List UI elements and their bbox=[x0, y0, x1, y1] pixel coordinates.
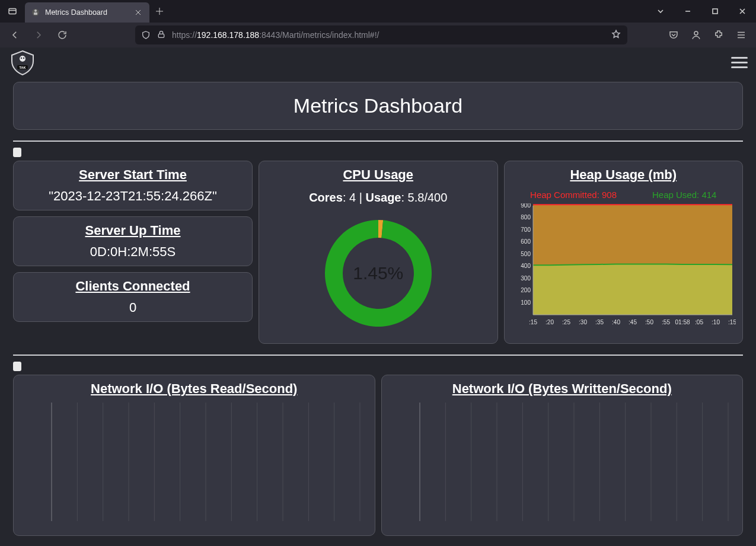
tabs-dropdown-button[interactable] bbox=[647, 0, 674, 23]
tab-close-button[interactable] bbox=[133, 7, 143, 18]
cpu-subtext: Cores: 4 | Usage: 5.8/400 bbox=[265, 191, 492, 205]
legend-heap-used: Heap Used: 414 bbox=[652, 190, 716, 200]
heap-legend: Heap Committed: 908 Heap Used: 414 bbox=[511, 190, 737, 200]
url-text: https://192.168.178.188:8443/Marti/metri… bbox=[172, 30, 379, 40]
card-heading: Heap Usage (mb) bbox=[511, 167, 737, 183]
svg-text::20: :20 bbox=[546, 319, 554, 325]
svg-rect-0 bbox=[9, 9, 16, 14]
card-cpu-usage: CPU Usage Cores: 4 | Usage: 5.8/400 1.45… bbox=[259, 161, 498, 344]
card-heading: CPU Usage bbox=[265, 167, 492, 183]
svg-text:TAK: TAK bbox=[20, 65, 26, 69]
card-heading: Network I/O (Bytes Written/Second) bbox=[388, 381, 737, 397]
cpu-donut-chart: 1.45% bbox=[319, 214, 438, 333]
svg-point-6 bbox=[694, 31, 698, 35]
browser-tab-bar: Metrics Dashboard bbox=[0, 0, 756, 23]
tab-title: Metrics Dashboard bbox=[45, 8, 107, 17]
url-bar[interactable]: https://192.168.178.188:8443/Marti/metri… bbox=[135, 25, 627, 44]
card-server-uptime: Server Up Time 0D:0H:2M:55S bbox=[13, 216, 253, 266]
card-value: 0D:0H:2M:55S bbox=[20, 244, 246, 260]
firefox-view-button[interactable] bbox=[0, 0, 25, 23]
card-network-write: Network I/O (Bytes Written/Second) bbox=[381, 375, 744, 536]
nav-reload-button[interactable] bbox=[52, 25, 72, 44]
svg-point-2 bbox=[34, 9, 37, 12]
svg-text::35: :35 bbox=[595, 319, 604, 325]
svg-text::15: :15 bbox=[728, 319, 736, 325]
svg-text::45: :45 bbox=[629, 319, 637, 325]
section-toggle[interactable] bbox=[13, 148, 21, 157]
window-minimize-button[interactable] bbox=[674, 0, 701, 23]
svg-text::30: :30 bbox=[579, 319, 587, 325]
divider bbox=[13, 141, 743, 142]
browser-toolbar: https://192.168.178.188:8443/Marti/metri… bbox=[0, 23, 756, 47]
app-menu-button[interactable] bbox=[731, 25, 751, 44]
card-value: 0 bbox=[20, 300, 246, 315]
heap-area-chart: 100200300400500600700800900:15:20:25:30:… bbox=[511, 203, 736, 328]
pocket-icon[interactable] bbox=[664, 25, 684, 44]
svg-text::15: :15 bbox=[529, 319, 537, 325]
shield-icon bbox=[141, 30, 151, 40]
window-maximize-button[interactable] bbox=[701, 0, 729, 23]
card-network-read: Network I/O (Bytes Read/Second) bbox=[13, 375, 375, 536]
card-heap-usage: Heap Usage (mb) Heap Committed: 908 Heap… bbox=[504, 161, 744, 344]
page-title-card: Metrics Dashboard bbox=[13, 82, 743, 130]
svg-text:01:58: 01:58 bbox=[675, 319, 690, 325]
legend-heap-committed: Heap Committed: 908 bbox=[530, 190, 617, 200]
browser-tab[interactable]: Metrics Dashboard bbox=[25, 2, 149, 23]
account-icon[interactable] bbox=[686, 25, 706, 44]
svg-text:600: 600 bbox=[521, 238, 531, 245]
svg-text::10: :10 bbox=[712, 319, 720, 325]
svg-point-7 bbox=[20, 56, 25, 62]
svg-text::05: :05 bbox=[695, 319, 703, 325]
svg-point-9 bbox=[23, 57, 24, 58]
nav-back-button[interactable] bbox=[5, 25, 25, 44]
card-heading: Clients Connected bbox=[20, 279, 246, 294]
card-server-start-time: Server Start Time "2023-12-23T21:55:24.2… bbox=[13, 161, 253, 210]
net-read-chart bbox=[22, 397, 366, 527]
svg-rect-5 bbox=[158, 34, 164, 37]
page-title: Metrics Dashboard bbox=[14, 94, 742, 117]
svg-text:100: 100 bbox=[521, 299, 531, 306]
new-tab-button[interactable] bbox=[149, 0, 170, 23]
net-write-chart bbox=[390, 397, 734, 527]
svg-text:300: 300 bbox=[521, 275, 531, 282]
card-heading: Server Up Time bbox=[20, 223, 246, 238]
svg-rect-4 bbox=[713, 9, 717, 14]
svg-text:700: 700 bbox=[521, 226, 531, 233]
tak-logo-icon: TAK bbox=[8, 50, 37, 76]
svg-text:500: 500 bbox=[521, 251, 531, 257]
svg-text::40: :40 bbox=[612, 319, 620, 325]
svg-text::55: :55 bbox=[662, 319, 670, 325]
bookmark-star-icon[interactable] bbox=[611, 29, 621, 41]
svg-text::25: :25 bbox=[562, 319, 570, 325]
card-heading: Network I/O (Bytes Read/Second) bbox=[20, 381, 369, 397]
menu-button[interactable] bbox=[731, 55, 748, 71]
lock-icon bbox=[157, 30, 166, 41]
card-heading: Server Start Time bbox=[20, 167, 246, 183]
window-close-button[interactable] bbox=[729, 0, 756, 23]
nav-forward-button[interactable] bbox=[28, 25, 49, 44]
svg-rect-3 bbox=[34, 12, 37, 15]
svg-text:400: 400 bbox=[521, 263, 531, 269]
svg-text:800: 800 bbox=[521, 214, 531, 221]
svg-point-8 bbox=[21, 57, 22, 58]
section-toggle[interactable] bbox=[13, 362, 21, 371]
svg-text:200: 200 bbox=[521, 287, 531, 293]
app-header: TAK bbox=[0, 47, 756, 78]
tab-favicon-icon bbox=[31, 8, 40, 17]
divider bbox=[13, 355, 743, 356]
svg-text:900: 900 bbox=[521, 203, 531, 209]
extensions-icon[interactable] bbox=[709, 25, 729, 44]
card-clients-connected: Clients Connected 0 bbox=[13, 272, 253, 322]
card-value: "2023-12-23T21:55:24.266Z" bbox=[20, 189, 246, 204]
cpu-percent-label: 1.45% bbox=[319, 214, 438, 333]
svg-text::50: :50 bbox=[645, 319, 653, 325]
